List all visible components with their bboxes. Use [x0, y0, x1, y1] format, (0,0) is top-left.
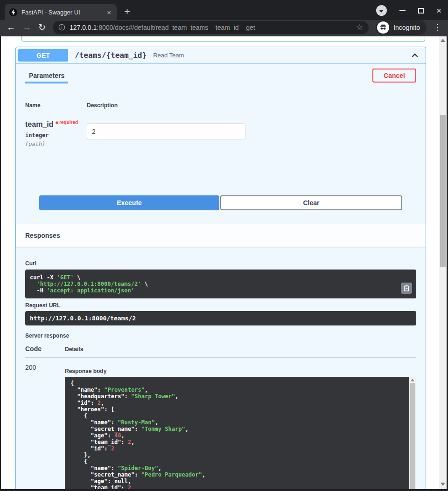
column-code: Code — [25, 345, 65, 353]
opblock-summary[interactable]: GET /teams/{team_id} Read Team — [16, 47, 426, 64]
responses-body: Curl curl -X 'GET' \ 'http://127.0.0.1:8… — [16, 247, 426, 489]
bookmark-star-icon[interactable]: ☆ — [356, 22, 363, 32]
fastapi-favicon-icon — [9, 8, 17, 16]
incognito-badge: Incognito — [376, 20, 427, 35]
parameters-header-row: Parameters Cancel — [16, 64, 426, 87]
minimize-button[interactable] — [399, 10, 406, 11]
url-text: 127.0.0.1:8000/docs#/default/read_team_t… — [70, 24, 352, 31]
swagger-page: GET /teams/{team_id} Read Team Parameter… — [1, 36, 439, 489]
required-label: required — [59, 120, 78, 125]
server-response-row: 200 Response body { "name": "Preventers"… — [25, 358, 416, 489]
previous-opblock-edge — [21, 36, 425, 41]
parameter-name-cell: team_id *required integer (path) — [25, 120, 87, 167]
back-icon[interactable]: ← — [7, 23, 15, 32]
copy-to-clipboard-button[interactable] — [401, 283, 412, 294]
server-response-label: Server response — [25, 332, 416, 339]
tab-strip: FastAPI - Swagger UI × + × — [0, 0, 448, 20]
page-scrollbar[interactable] — [439, 36, 447, 489]
url-host: 127.0.0.1 — [70, 24, 97, 31]
reload-icon[interactable]: ↻ — [38, 23, 46, 32]
window-controls: × — [376, 5, 441, 16]
request-url-label: Request URL — [25, 302, 416, 309]
method-badge: GET — [18, 49, 68, 62]
incognito-label: Incognito — [393, 24, 420, 31]
page-scrollbar-thumb[interactable] — [440, 115, 446, 267]
parameter-name: team_id *required — [25, 120, 87, 129]
tab-parameters: Parameters — [25, 64, 68, 87]
scroll-up-icon[interactable] — [411, 379, 414, 381]
opblock-get-teams-team-id: GET /teams/{team_id} Read Team Parameter… — [15, 47, 426, 489]
parameters-table: Name Description team_id *required integ… — [16, 102, 426, 210]
column-details: Details — [65, 346, 83, 353]
response-body-block: { "name": "Preventers", "headquarters": … — [65, 377, 416, 489]
curl-command-block: curl -X 'GET' \ 'http://127.0.0.1:8000/t… — [25, 270, 416, 298]
operation-summary: Read Team — [153, 52, 184, 59]
browser-tab[interactable]: FastAPI - Swagger UI × — [5, 4, 117, 20]
column-description: Description — [87, 102, 118, 109]
column-name: Name — [25, 102, 87, 109]
execute-button[interactable]: Execute — [39, 195, 219, 210]
new-tab-icon[interactable]: + — [124, 7, 130, 16]
browser-chrome: FastAPI - Swagger UI × + × ← → ↻ 127.0.0… — [0, 0, 448, 36]
responses-section-header: Responses — [16, 224, 426, 247]
incognito-icon — [377, 21, 389, 34]
maximize-button[interactable] — [418, 8, 424, 14]
url-path: :8000/docs#/default/read_team_teams__tea… — [97, 24, 255, 31]
responses-title: Responses — [25, 232, 60, 239]
chevron-down-icon — [379, 10, 384, 13]
cancel-button[interactable]: Cancel — [372, 69, 416, 83]
window-menu-button[interactable] — [376, 5, 387, 16]
menu-kebab-icon[interactable]: ⋮ — [434, 22, 441, 32]
address-bar[interactable]: 127.0.0.1:8000/docs#/default/read_team_t… — [53, 21, 369, 34]
response-details-cell: Response body { "name": "Preventers", "h… — [65, 364, 416, 489]
parameter-location: (path) — [25, 141, 87, 147]
forward-icon[interactable]: → — [22, 23, 31, 32]
page-scroll-down-icon[interactable] — [441, 483, 445, 486]
team-id-input[interactable] — [87, 123, 245, 139]
server-response-table-header: Code Details — [25, 345, 416, 358]
collapse-chevron-icon[interactable] — [411, 51, 419, 60]
browser-toolbar: ← → ↻ 127.0.0.1:8000/docs#/default/read_… — [0, 20, 448, 36]
site-info-icon[interactable] — [58, 24, 65, 31]
tab-title: FastAPI - Swagger UI — [21, 9, 102, 16]
curl-label: Curl — [25, 260, 416, 267]
parameter-type: integer — [25, 132, 87, 138]
close-window-button[interactable]: × — [436, 7, 441, 14]
operation-path: /teams/{team_id} — [75, 51, 147, 60]
parameter-description-cell — [87, 120, 416, 167]
page-scroll-up-icon[interactable] — [441, 39, 445, 42]
parameters-table-header: Name Description — [25, 102, 416, 113]
required-star: * — [56, 120, 58, 128]
parameter-row: team_id *required integer (path) — [25, 113, 416, 167]
execute-row: Execute Clear — [39, 195, 402, 210]
request-url-value: http://127.0.0.1:8000/teams/2 — [25, 311, 416, 325]
clear-button[interactable]: Clear — [220, 195, 402, 210]
response-body-scrollbar[interactable] — [409, 377, 416, 489]
tab-close-icon[interactable]: × — [106, 9, 112, 16]
scrollbar-thumb[interactable] — [410, 383, 415, 489]
response-body-label: Response body — [65, 368, 416, 374]
status-code: 200 — [25, 364, 65, 489]
